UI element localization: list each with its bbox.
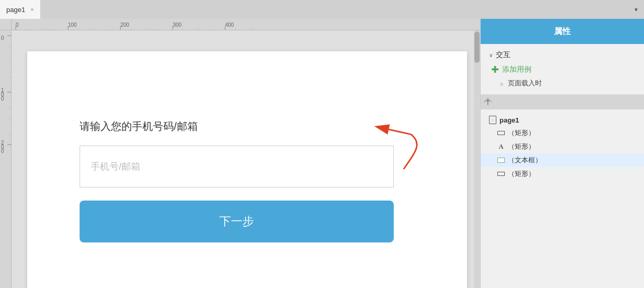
ruler-vertical: 0 1 0 0 2 0 0: [0, 30, 12, 288]
ruler-corner: [0, 19, 12, 30]
properties-header: 属性: [481, 19, 644, 44]
tab-label: page1: [6, 6, 25, 14]
properties-title: 属性: [554, 26, 571, 37]
layer-page-root[interactable]: □ page1: [481, 114, 644, 126]
layer-item-text[interactable]: A （矩形）: [481, 140, 644, 153]
cursor-icon: ⬦: [499, 79, 504, 87]
add-usecase-label: 添加用例: [502, 65, 531, 74]
tab-bar: page1 × ▼: [0, 0, 644, 19]
panel-divider: ⇱: [481, 95, 644, 109]
interaction-section-title: ∨ 交互: [489, 50, 636, 60]
canvas-area: 0 100 200 300 400: [0, 19, 480, 288]
layer-item-rect2[interactable]: （矩形）: [481, 167, 644, 181]
input-placeholder: 手机号/邮箱: [91, 160, 140, 173]
ruler-h-label-400: 400: [225, 22, 234, 28]
right-panel: 属性 ∨ 交互 ✚ 添加用例 ⬦ 页面载入时 ⇱: [480, 19, 644, 288]
plus-icon: ✚: [491, 65, 499, 74]
vertical-scrollbar[interactable]: [474, 30, 480, 288]
textfield-icon: [497, 158, 505, 163]
ruler-h-label-100: 100: [68, 22, 77, 28]
tab-close-button[interactable]: ×: [30, 6, 34, 13]
form-title-label: 请输入您的手机号码/邮箱: [80, 119, 198, 134]
add-usecase-button[interactable]: ✚ 添加用例: [489, 65, 636, 74]
tab-spacer: [41, 0, 628, 19]
ruler-h-svg: 0 100 200 300 400: [12, 19, 480, 30]
page-canvas: 请输入您的手机号码/邮箱 手机号/邮箱 下一步: [27, 51, 467, 288]
page-load-row: ⬦ 页面载入时: [489, 79, 636, 88]
next-step-button[interactable]: 下一步: [80, 201, 394, 242]
rect-icon-2: [497, 172, 505, 176]
rect-icon-1: [497, 131, 505, 135]
ruler-h-label-0: 0: [16, 22, 19, 28]
page-icon: □: [489, 116, 496, 124]
canvas-content[interactable]: 请输入您的手机号码/邮箱 手机号/邮箱 下一步: [12, 30, 474, 288]
chevron-down-icon: ▼: [634, 7, 639, 13]
canvas-body: 0 1 0 0 2 0 0: [0, 30, 480, 288]
layer-label-1: （矩形）: [508, 128, 535, 138]
text-icon: A: [497, 142, 505, 151]
interaction-section: ∨ 交互 ✚ 添加用例 ⬦ 页面载入时: [481, 44, 644, 95]
scrollbar-thumb[interactable]: [474, 31, 480, 63]
form-input-box[interactable]: 手机号/邮箱: [80, 146, 394, 187]
ruler-row: 0 100 200 300 400: [0, 19, 480, 30]
main-layout: 0 100 200 300 400: [0, 19, 644, 288]
next-step-label: 下一步: [219, 214, 254, 229]
ruler-h-label-300: 300: [173, 22, 182, 28]
chevron-icon: ∨: [489, 52, 493, 58]
ruler-v-svg: 0 1 0 0 2 0 0: [0, 30, 12, 288]
layers-panel: □ page1 （矩形） A （矩形） （文本框） （矩形）: [481, 109, 644, 288]
ruler-v-label-0: 0: [1, 35, 4, 41]
page-load-label: 页面载入时: [508, 79, 542, 88]
ruler-h-label-200: 200: [120, 22, 129, 28]
layer-page-label: page1: [499, 116, 519, 124]
layer-label-4: （矩形）: [508, 169, 535, 179]
layer-label-3: （文本框）: [508, 156, 542, 165]
tab-page1[interactable]: page1 ×: [0, 0, 41, 19]
layer-label-2: （矩形）: [508, 142, 535, 151]
ruler-v-label-200c: 0: [1, 148, 4, 154]
ruler-horizontal: 0 100 200 300 400: [12, 19, 480, 30]
layer-item-rect1[interactable]: （矩形）: [481, 126, 644, 140]
tab-dropdown-button[interactable]: ▼: [628, 0, 644, 19]
ruler-v-label-100c: 0: [1, 96, 4, 102]
resize-icon: ⇱: [483, 97, 493, 107]
layer-item-textfield[interactable]: （文本框）: [481, 153, 644, 167]
interaction-label: 交互: [496, 50, 510, 60]
